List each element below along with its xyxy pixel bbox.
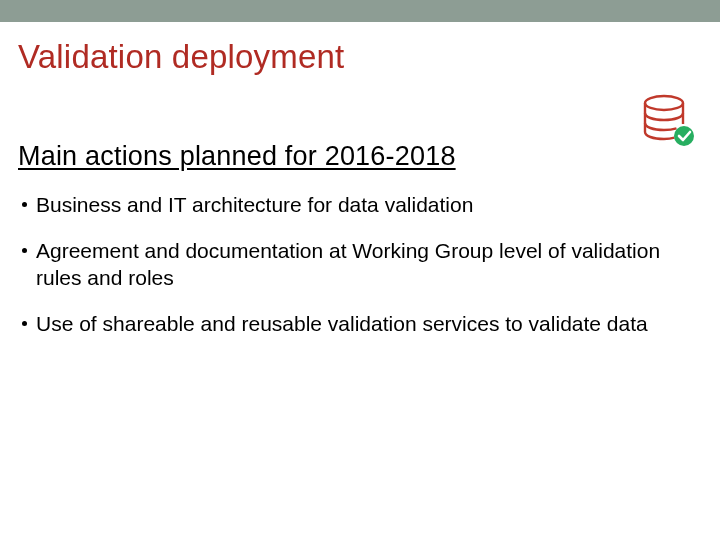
bullet-text: Agreement and documentation at Working G… [36, 238, 702, 291]
bullet-dot-icon [22, 202, 27, 207]
bullet-text: Business and IT architecture for data va… [36, 192, 473, 218]
section-title: Main actions planned for 2016-2018 [18, 141, 456, 172]
list-item: Use of shareable and reusable validation… [22, 311, 702, 337]
section-row: Main actions planned for 2016-2018 [18, 124, 702, 182]
bullet-dot-icon [22, 248, 27, 253]
bullet-text: Use of shareable and reusable validation… [36, 311, 648, 337]
svg-point-0 [645, 96, 683, 110]
top-bar [0, 0, 720, 22]
bullet-dot-icon [22, 321, 27, 326]
svg-point-1 [674, 126, 694, 146]
bullet-list: Business and IT architecture for data va… [18, 192, 702, 337]
list-item: Business and IT architecture for data va… [22, 192, 702, 218]
slide-title: Validation deployment [18, 38, 702, 76]
database-check-icon [640, 94, 696, 152]
list-item: Agreement and documentation at Working G… [22, 238, 702, 291]
slide-content: Validation deployment Main actions plann… [0, 38, 720, 337]
